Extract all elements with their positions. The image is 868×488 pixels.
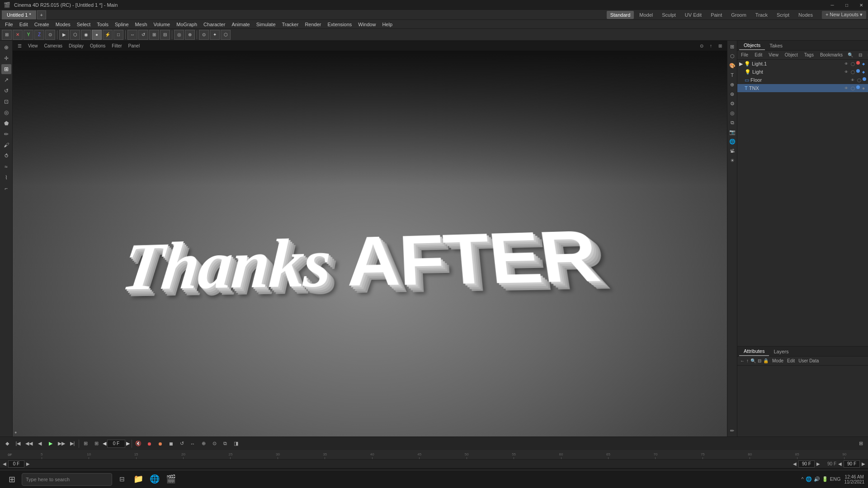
tool-move[interactable]: ✛ xyxy=(1,53,11,63)
max-frame-right[interactable]: ▶ xyxy=(862,461,865,466)
viewport-display[interactable]: Display xyxy=(66,42,86,50)
viewport-expand[interactable]: ↑ xyxy=(708,42,714,50)
menu-create[interactable]: Create xyxy=(31,20,52,29)
tl-first-frame[interactable]: |◀ xyxy=(14,439,23,448)
taskbar-clock[interactable]: 12:46 AM 11/2/2021 xyxy=(844,474,865,484)
obj-tb-tags[interactable]: Tags xyxy=(802,52,816,59)
tool-knife[interactable]: ⌐ xyxy=(1,183,11,193)
attr-mode-btn[interactable]: Mode xyxy=(772,358,783,363)
menu-spline[interactable]: Spline xyxy=(112,20,132,29)
rs-pencil-icon[interactable]: ✏ xyxy=(728,427,736,435)
viewport-panel[interactable]: Panel xyxy=(126,42,142,50)
attr-search-icon[interactable]: 🔍 xyxy=(750,358,756,363)
layout-uvedit[interactable]: UV Edit xyxy=(681,11,705,19)
attr-back-icon[interactable]: ← xyxy=(740,358,745,363)
menu-mograph[interactable]: MoGraph xyxy=(173,20,200,29)
menu-simulate[interactable]: Simulate xyxy=(253,20,279,29)
new-layout-button[interactable]: + New Layouts ▾ xyxy=(822,11,866,19)
tl-last-frame[interactable]: ▶| xyxy=(68,439,77,448)
tool-smooth[interactable]: ≈ xyxy=(1,162,11,172)
tool-rotate[interactable]: ↺ xyxy=(1,86,11,96)
menu-select[interactable]: Select xyxy=(74,20,94,29)
obj-collapse-icon[interactable]: ⊟ xyxy=(857,52,864,59)
tool-live-select[interactable]: ◎ xyxy=(1,108,11,117)
rs-ring-icon[interactable]: ◎ xyxy=(728,109,736,117)
toolbar-snap2-btn[interactable]: ⊕ xyxy=(185,30,195,40)
viewport-menu-icon[interactable]: ☰ xyxy=(15,42,24,50)
taskbar-network[interactable]: 🌐 xyxy=(806,476,812,482)
tl-motion2[interactable]: ⊙ xyxy=(210,439,219,448)
toolbar-shading-btn[interactable]: □ xyxy=(113,30,123,40)
tl-mute[interactable]: 🔇 xyxy=(134,439,143,448)
obj-render-light1[interactable]: ◯ xyxy=(850,61,855,66)
max-frame-input[interactable] xyxy=(844,460,860,468)
obj-vis-tnx[interactable]: 👁 xyxy=(844,85,849,91)
tab-objects[interactable]: Objects xyxy=(739,41,765,50)
obj-search-icon[interactable]: 🔍 xyxy=(846,52,855,59)
menu-window[interactable]: Window xyxy=(355,20,379,29)
tool-select[interactable]: ⊕ xyxy=(1,42,11,52)
menu-edit[interactable]: Edit xyxy=(16,20,31,29)
attr-edit-btn[interactable]: Edit xyxy=(787,358,795,363)
menu-mesh[interactable]: Mesh xyxy=(132,20,151,29)
tl-layer-icon[interactable]: ⧉ xyxy=(221,439,230,448)
obj-render-floor[interactable]: ◯ xyxy=(856,77,862,83)
toolbar-x-btn[interactable]: ✕ xyxy=(13,30,23,40)
obj-vis-floor[interactable]: 👁 xyxy=(850,77,855,83)
start-frame-arrow[interactable]: ◀ xyxy=(3,461,6,466)
toolbar-rotate-btn[interactable]: ↺ xyxy=(138,30,148,40)
tool-pen[interactable]: ✏ xyxy=(1,129,11,139)
maximize-button[interactable]: □ xyxy=(840,0,854,10)
layout-standard[interactable]: Standard xyxy=(607,11,634,19)
tool-transform[interactable]: ⊞ xyxy=(1,64,11,74)
minimize-button[interactable]: ─ xyxy=(826,0,839,10)
toolbar-fx-btn[interactable]: ⬡ xyxy=(221,30,231,40)
menu-character[interactable]: Character xyxy=(200,20,228,29)
taskbar-cinema4d[interactable]: 🎬 xyxy=(163,471,179,488)
rs-light-icon[interactable]: ☀ xyxy=(728,156,736,164)
layout-sculpt[interactable]: Sculpt xyxy=(658,11,679,19)
obj-expand-icon[interactable]: ⊞ xyxy=(866,52,868,59)
tl-prev-frame[interactable]: ◀◀ xyxy=(24,439,33,448)
close-button[interactable]: ✕ xyxy=(854,0,868,10)
taskbar-chevron[interactable]: ^ xyxy=(801,476,803,482)
attr-userdata-btn[interactable]: User Data xyxy=(798,358,819,363)
tl-motion[interactable]: ⊕ xyxy=(199,439,208,448)
layout-model[interactable]: Model xyxy=(636,11,656,19)
toolbar-snap-btn[interactable]: ◎ xyxy=(174,30,184,40)
menu-modes[interactable]: Modes xyxy=(52,20,74,29)
max-frame-left[interactable]: ◀ xyxy=(838,461,842,466)
obj-vis-light[interactable]: 👁 xyxy=(844,69,849,75)
taskbar-battery[interactable]: 🔋 xyxy=(822,476,828,482)
menu-file[interactable]: File xyxy=(2,20,16,29)
rs-fx-icon[interactable]: ⊕ xyxy=(728,80,736,89)
start-frame-arrow2[interactable]: ▶ xyxy=(26,461,30,466)
obj-render-tnx[interactable]: ◯ xyxy=(850,85,855,91)
toolbar-align-btn[interactable]: ⊟ xyxy=(160,30,170,40)
end-frame-right[interactable]: ▶ xyxy=(816,461,820,466)
menu-extensions[interactable]: Extensions xyxy=(324,20,355,29)
tool-scale[interactable]: ↗ xyxy=(1,75,11,85)
rs-globe-icon[interactable]: 🌐 xyxy=(728,137,736,145)
layout-nodes[interactable]: Nodes xyxy=(795,11,816,19)
menu-tracker[interactable]: Tracker xyxy=(279,20,302,29)
obj-render-light[interactable]: ◯ xyxy=(850,69,855,75)
tl-next[interactable]: ▶▶ xyxy=(57,439,66,448)
tool-edge[interactable]: ⌇ xyxy=(1,173,11,183)
menu-render[interactable]: Render xyxy=(302,20,324,29)
viewport-filter[interactable]: Filter xyxy=(109,42,124,50)
attr-lock-icon[interactable]: 🔒 xyxy=(763,358,769,363)
tl-frame-next[interactable]: ▶ xyxy=(126,441,130,446)
tl-play[interactable]: ▶ xyxy=(46,439,55,448)
viewport-cameras[interactable]: Cameras xyxy=(42,42,65,50)
tool-paint[interactable]: 🖌 xyxy=(1,140,11,150)
attr-filter-icon[interactable]: ⊟ xyxy=(758,358,761,363)
layout-groom[interactable]: Groom xyxy=(727,11,750,19)
tool-box-select[interactable]: ⊡ xyxy=(1,97,11,107)
obj-floor[interactable]: ▭ Floor 👁 ◯ xyxy=(737,76,868,84)
viewport-maximize[interactable]: ⊞ xyxy=(716,42,724,50)
obj-tb-object[interactable]: Object xyxy=(783,52,800,59)
tool-polygon[interactable]: ⬟ xyxy=(1,118,11,128)
toolbar-icon-btn[interactable]: ⊞ xyxy=(2,30,12,40)
tab-takes[interactable]: Takes xyxy=(765,41,787,50)
